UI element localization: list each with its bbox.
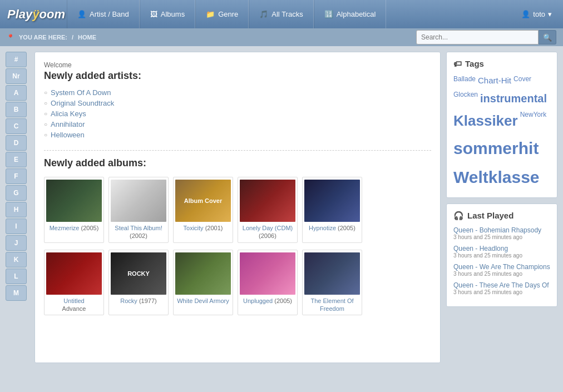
alpha-icon: 🔢 [324,10,333,18]
newly-artists-title: Newly added artists: [44,70,431,82]
logo-text: Playÿoom [7,7,65,22]
alpha-letter-e[interactable]: E [6,152,27,167]
album-cover-image [304,252,360,295]
album-item[interactable]: Steal This Album! (2002) [108,177,169,243]
user-area[interactable]: 👤 toto ▾ [516,10,557,18]
tag-link[interactable]: Ballade [453,74,476,87]
last-played-panel: 🎧 Last Played Queen - Bohemian Rhapsody3… [446,204,557,307]
album-year: (2005) [338,225,355,231]
genre-icon: 📁 [206,10,215,18]
last-played-track[interactable]: Queen - We Are The Champions [453,263,550,271]
album-item[interactable]: White Devil Armory [173,250,233,316]
album-item[interactable]: Lonely Day (CDM) (2006) [238,177,298,243]
tag-link[interactable]: Weltklasse [453,164,540,191]
last-played-track[interactable]: Queen - These Are The Days Of [453,281,550,289]
alpha-letter-m[interactable]: M [6,285,27,301]
album-cover-image [240,252,295,295]
alpha-letter-f[interactable]: F [6,168,27,184]
alpha-letter-b[interactable]: B [6,102,27,117]
album-item[interactable]: Unplugged (2005) [238,250,298,316]
tag-link[interactable]: Cover [513,74,531,87]
album-label: Untitled Advance [62,297,86,313]
search-input[interactable] [416,30,539,44]
main-nav: 👤 Artist / Band 🖼 Albums 📁 Genre 🎵 All T… [67,0,516,28]
artist-icon: 👤 [77,10,86,18]
list-item: Alicia Keys [44,110,431,118]
breadcrumb-separator: / [72,34,73,41]
location-icon: 📍 [7,34,14,41]
artist-link[interactable]: Annihilator [51,120,85,128]
alpha-sidebar: #NrABCDEFGHIJKLM [6,52,29,363]
tag-link[interactable]: instrumental [480,90,547,107]
album-item[interactable]: The Element Of Freedom [302,250,362,316]
alpha-letter-k[interactable]: K [6,252,27,267]
tag-link[interactable]: sommerhit [453,135,539,162]
artist-link[interactable]: System Of A Down [51,88,111,97]
alpha-letter-g[interactable]: G [6,185,27,201]
album-title: Lonely Day (CDM) [243,225,293,231]
logo[interactable]: Playÿoom [6,3,67,26]
alpha-letter-c[interactable]: C [6,118,27,134]
alpha-letter-h[interactable]: H [6,202,27,217]
content-area: Welcome Newly added artists: System Of A… [34,52,441,363]
artist-link[interactable]: Helloween [51,131,85,139]
alpha-letter-d[interactable]: D [6,135,27,151]
tag-link[interactable]: Klassiker [453,110,518,133]
album-label: Unplugged (2005) [243,297,292,305]
nav-albums[interactable]: 🖼 Albums [140,0,195,28]
nav-all-tracks[interactable]: 🎵 All Tracks [249,0,313,28]
album-item[interactable]: ROCKYRocky (1977) [108,250,169,316]
dropdown-arrow: ▾ [548,10,552,18]
list-item: Queen - Bohemian Rhapsody3 hours and 25 … [453,226,550,240]
tag-link[interactable]: Glocken [453,90,478,107]
alpha-letter-i[interactable]: I [6,219,27,234]
breadcrumb-bar: 📍 YOU ARE HERE: / HOME 🔍 [0,28,563,46]
newly-albums-title: Newly added albums: [44,157,431,169]
album-year: (2006) [259,232,276,239]
album-title: Mezmerize [50,225,81,231]
album-cover-image: Album Cover [175,180,231,222]
list-item: Helloween [44,131,431,139]
tags-panel-title: 🏷 Tags [453,59,550,68]
search-button[interactable]: 🔍 [539,30,556,44]
user-icon: 👤 [521,10,530,18]
album-item[interactable]: Mezmerize (2005) [44,177,104,243]
album-cover-image [240,180,295,222]
last-played-track[interactable]: Queen - Headlong [453,245,550,252]
list-item: Queen - Headlong3 hours and 25 minutes a… [453,245,550,259]
list-item: Queen - These Are The Days Of3 hours and… [453,281,550,295]
alpha-letter-l[interactable]: L [6,269,27,284]
album-title: Steal This Album! [115,225,162,231]
alpha-letter-nr[interactable]: Nr [6,68,27,84]
nav-alphabetical[interactable]: 🔢 Alphabetical [314,0,387,28]
artist-link[interactable]: Original Soundtrack [51,99,114,107]
tag-link[interactable]: Chart-Hit [478,74,511,87]
album-item[interactable]: Untitled Advance [44,250,104,316]
album-item[interactable]: Album CoverToxicity (2001) [173,177,233,243]
header: Playÿoom 👤 Artist / Band 🖼 Albums 📁 Genr… [0,0,563,28]
album-title: Toxicity [184,225,205,231]
tag-link[interactable]: NewYork [520,110,547,133]
album-item[interactable]: Hypnotize (2005) [302,177,362,243]
tags-panel: 🏷 Tags Ballade Chart-Hit Cover Glocken i… [446,52,557,198]
alpha-letter-a[interactable]: A [6,85,27,101]
search-area: 🔍 [416,30,556,44]
album-label: Hypnotize (2005) [309,224,355,232]
album-cover-text: Album Cover [182,195,224,206]
album-cover-image [304,180,360,222]
nav-artist-band[interactable]: 👤 Artist / Band [67,0,140,28]
last-played-time: 3 hours and 25 minutes ago [453,289,550,295]
alpha-letter-j[interactable]: J [6,235,27,251]
last-played-time: 3 hours and 25 minutes ago [453,252,550,259]
album-year: (2005) [274,297,292,304]
album-cover-image: ROCKY [111,252,166,295]
alpha-letter-#[interactable]: # [6,52,27,67]
nav-genre[interactable]: 📁 Genre [195,0,249,28]
album-cover-image [46,180,102,222]
last-played-track[interactable]: Queen - Bohemian Rhapsody [453,226,550,234]
album-title: Untitled [63,297,84,304]
albums-icon: 🖼 [150,10,157,18]
artist-link[interactable]: Alicia Keys [51,110,86,118]
album-year: (1977) [139,297,157,304]
right-sidebar: 🏷 Tags Ballade Chart-Hit Cover Glocken i… [446,52,557,363]
